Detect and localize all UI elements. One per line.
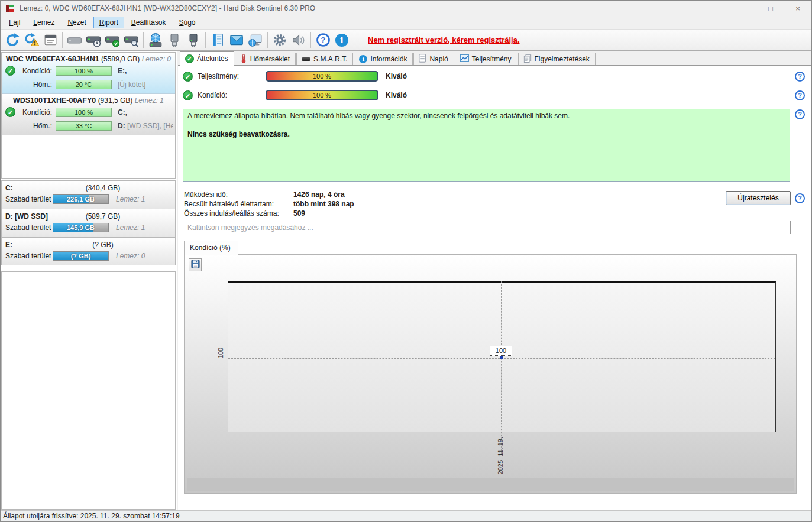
free-space-label: Szabad terület — [5, 252, 53, 260]
svg-text:?: ? — [321, 35, 325, 44]
disk-temp-row: Hőm.: 20 °C [Új kötet] — [4, 78, 173, 90]
partition-disk: Lemez: 1 — [116, 223, 145, 232]
disk-condition-row: Kondíció: 100 % E:, — [4, 64, 173, 77]
comment-input[interactable] — [183, 221, 791, 234]
disk-search-icon[interactable] — [122, 31, 141, 50]
temp-bar: 33 °C — [56, 121, 112, 131]
help-icon[interactable] — [795, 109, 805, 119]
disk-card-0[interactable]: WDC WD60EFAX-68JH4N1 (5589,0 GB) Lemez: … — [2, 53, 175, 94]
notepad-icon[interactable] — [208, 31, 227, 50]
refresh-warning-icon[interactable] — [22, 31, 41, 50]
health-status-box: A merevlemez állapota hibátlan. Nem talá… — [183, 109, 790, 182]
registration-link[interactable]: Nem regisztrált verzió, kérem regisztrál… — [368, 35, 520, 44]
partition-card-d[interactable]: D: [WD SSD](589,7 GB) Szabad terület 145… — [1, 209, 176, 237]
statusbar: Állapot utoljára frissítve: 2025. 11. 29… — [1, 510, 811, 521]
toolbar-separator — [267, 32, 268, 48]
settings-gear-icon[interactable] — [270, 31, 289, 50]
disk-offline-icon[interactable] — [65, 31, 84, 50]
toolbar-separator — [62, 32, 63, 48]
chart-icon — [460, 54, 469, 64]
help-icon[interactable] — [795, 90, 805, 100]
info-circle-icon — [359, 55, 367, 63]
status-ok-icon — [183, 90, 193, 100]
condition-row: Kondíció: 100 % Kiváló — [183, 90, 407, 100]
disk-plug-blue-icon[interactable] — [184, 31, 203, 50]
condition-label: Kondíció: — [15, 67, 52, 75]
disk-size: (5589,0 GB) — [101, 55, 140, 63]
temp-label: Hőm.: — [15, 80, 52, 89]
info-icon[interactable]: i — [332, 31, 351, 50]
sound-icon[interactable] — [289, 31, 308, 50]
remote-monitor-icon[interactable] — [246, 31, 265, 50]
partition-disk: Lemez: 1 — [116, 195, 145, 203]
stat-label: Összes indulás/leállás száma: — [184, 209, 293, 218]
disk-card-1[interactable]: WDS100T1XHE-00AFY0 (931,5 GB) Lemez: 1 K… — [2, 94, 175, 135]
app-window: Lemez: 0, WDC WD60EFAX-68JH4N1 [WD-WX32D… — [0, 0, 812, 522]
sidebar-empty-panel — [1, 271, 176, 510]
disk-plug-icon[interactable] — [165, 31, 184, 50]
disk-name: WDC WD60EFAX-68JH4N1 — [6, 55, 99, 63]
pages-icon — [523, 54, 532, 64]
document-icon — [419, 54, 426, 64]
refresh-icon[interactable] — [3, 31, 22, 50]
tab-homerseklet[interactable]: Hőmérséklet — [235, 53, 296, 66]
menu-beallitasok[interactable]: Beállítások — [125, 17, 172, 28]
menu-fajl[interactable]: Fájl — [3, 17, 26, 28]
disk-platter-icon — [302, 57, 310, 61]
free-space-label: Szabad terület — [5, 223, 53, 232]
disk-number: Lemez: 1 — [135, 96, 164, 105]
help-icon[interactable] — [795, 193, 805, 203]
toolbar-separator — [310, 32, 311, 48]
chart-scrollbar[interactable] — [187, 478, 794, 491]
disk-check-icon[interactable] — [103, 31, 122, 50]
data-point — [500, 356, 503, 359]
tab-teljesitmeny[interactable]: Teljesítmény — [455, 53, 517, 66]
performance-meter: 100 % — [266, 71, 378, 82]
stat-label: Működési idő: — [184, 190, 293, 199]
tab-smart[interactable]: S.M.A.R.T. — [296, 53, 353, 66]
partition-size: (340,4 GB) — [70, 184, 135, 192]
free-space-bar: 226,1 GB — [53, 194, 109, 204]
partition-card-c[interactable]: C:(340,4 GB) Szabad terület 226,1 GB Lem… — [1, 180, 176, 209]
minimize-button[interactable]: — — [730, 1, 757, 16]
health-status-text: A merevlemez állapota hibátlan. Nem talá… — [187, 112, 785, 120]
window-title: Lemez: 0, WDC WD60EFAX-68JH4N1 [WD-WX32D… — [20, 4, 315, 12]
disk-title: WDS100T1XHE-00AFY0 (931,5 GB) Lemez: 1 — [4, 95, 173, 105]
network-disk-icon[interactable] — [146, 31, 165, 50]
tab-figyelmeztetesek[interactable]: Figyelmeztetések — [518, 53, 596, 66]
tab-attekintes[interactable]: Áttekintés — [180, 51, 234, 66]
tab-informaciok[interactable]: Információk — [354, 53, 413, 66]
content-area: Áttekintés Hőmérséklet S.M.A.R.T. Inform… — [178, 51, 811, 510]
toolbar: ? i Nem regisztrált verzió, kérem regisz… — [1, 29, 811, 51]
chart-tab-kondicio[interactable]: Kondíció (%) — [184, 241, 238, 255]
performance-rating: Kiváló — [386, 72, 407, 80]
menu-riport[interactable]: Riport — [93, 17, 124, 28]
menu-nezet[interactable]: Nézet — [62, 17, 92, 28]
menu-sugo[interactable]: Súgó — [173, 17, 201, 28]
mail-icon[interactable] — [227, 31, 246, 50]
close-button[interactable]: × — [784, 1, 811, 16]
help-icon[interactable] — [795, 72, 805, 82]
report-icon[interactable] — [41, 31, 60, 50]
save-chart-button[interactable] — [189, 258, 202, 271]
partition-card-e[interactable]: E:(? GB) Szabad terület (? GB) Lemez: 0 — [1, 237, 176, 265]
disk-number: Lemez: 0 — [142, 55, 171, 63]
performance-row: Teljesítmény: 100 % Kiváló — [183, 71, 407, 82]
retest-button[interactable]: Újratesztelés — [726, 191, 791, 205]
stat-label: Becsült hátralévő élettartam: — [184, 200, 293, 208]
tab-naplo[interactable]: Napló — [413, 53, 454, 66]
health-status-advice: Nincs szükség beavatkozásra. — [187, 130, 785, 138]
disk-clock-icon[interactable] — [84, 31, 103, 50]
menu-lemez[interactable]: Lemez — [27, 17, 60, 28]
menubar: Fájl Lemez Nézet Riport Beállítások Súgó — [1, 16, 811, 29]
floppy-save-icon — [191, 260, 200, 270]
free-space-bar: 145,9 GB — [53, 223, 109, 232]
maximize-button[interactable]: □ — [757, 1, 784, 16]
help-icon[interactable]: ? — [313, 31, 332, 50]
partition-disk: Lemez: 0 — [116, 252, 145, 260]
stat-value: 509 — [293, 209, 305, 218]
stat-value: 1426 nap, 4 óra — [293, 190, 345, 199]
status-ok-icon — [5, 107, 15, 117]
volume-letters: C:, — [118, 108, 127, 116]
disk-condition-row: Kondíció: 100 % C:, — [4, 106, 173, 118]
